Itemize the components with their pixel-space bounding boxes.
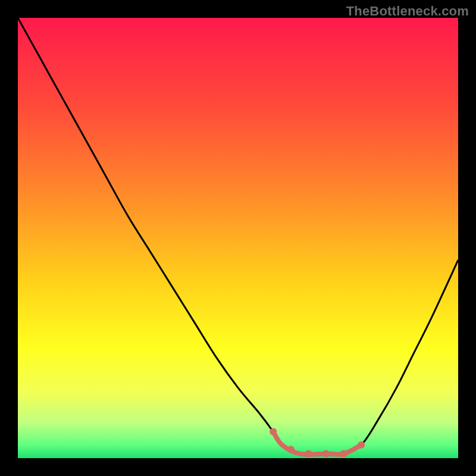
gradient-background — [18, 18, 458, 458]
highlight-dot — [322, 450, 330, 458]
highlight-dot — [340, 450, 347, 458]
highlight-dot — [358, 441, 365, 449]
plot-area — [18, 18, 458, 458]
highlight-dot — [287, 446, 295, 453]
chart-svg — [18, 18, 458, 458]
attribution-text: TheBottleneck.com — [346, 4, 469, 19]
highlight-dot — [305, 450, 312, 458]
chart-container: TheBottleneck.com — [0, 0, 476, 476]
highlight-dot — [270, 428, 277, 436]
